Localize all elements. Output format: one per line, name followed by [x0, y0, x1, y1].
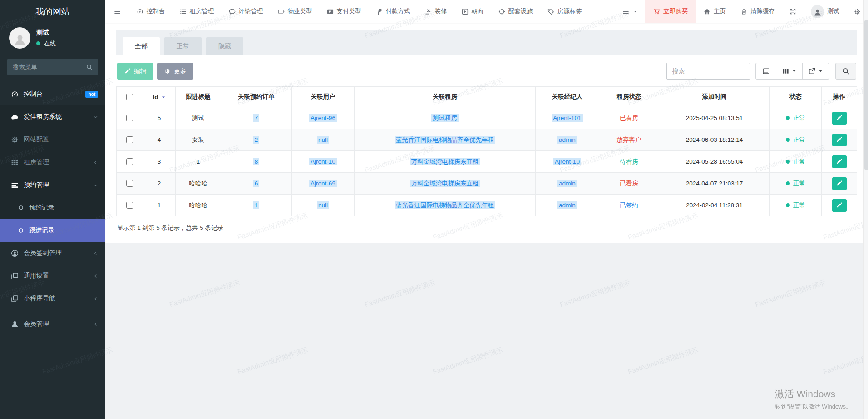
navbar-tab[interactable]: 支付类型 [320, 0, 369, 23]
sidebar-item[interactable]: 小程序导航 [0, 287, 105, 310]
sidebar-item[interactable]: 通用设置 [0, 264, 105, 287]
columns-button[interactable] [776, 63, 803, 80]
sidebar-item[interactable]: 会员签到管理 [0, 242, 105, 264]
cart-icon [653, 8, 660, 15]
agent-link[interactable]: admin [557, 180, 577, 187]
circle-o-icon [18, 205, 24, 211]
house-link[interactable]: 万科金域湾电梯房东直租 [410, 158, 480, 165]
status-dot-icon [786, 160, 790, 164]
navbar-tab[interactable]: 配套设施 [491, 0, 540, 23]
sidebar-item-label: 会员签到管理 [24, 249, 93, 257]
user-link[interactable]: Ajrent-10 [309, 158, 337, 165]
row-edit-button[interactable] [832, 112, 847, 125]
table-search-input[interactable] [666, 63, 750, 80]
house-link[interactable]: 测试租房 [431, 114, 459, 122]
column-header-id[interactable]: Id [143, 87, 176, 107]
user-link[interactable]: Ajrent-69 [309, 180, 337, 187]
agent-link[interactable]: admin [557, 201, 577, 209]
row-edit-button[interactable] [832, 199, 847, 212]
navbar-user-menu[interactable]: 测试 [804, 0, 847, 23]
list-alt-icon [763, 68, 769, 75]
status-filter-tab[interactable]: 全部 [123, 37, 160, 55]
sidebar-item[interactable]: 跟进记录 [0, 219, 105, 242]
agent-link[interactable]: Ajrent-10 [553, 158, 581, 165]
user-link[interactable]: null [317, 136, 329, 144]
sidebar-item[interactable]: 会员管理 [0, 313, 105, 335]
buy-now-button[interactable]: 立即购买 [645, 0, 696, 23]
tabs-overflow-dropdown[interactable] [615, 0, 645, 23]
export-button[interactable] [803, 63, 829, 80]
dashboard-icon [11, 90, 19, 98]
cell-time: 2024-05-28 16:55:04 [659, 151, 770, 173]
sidebar-item[interactable]: 租房管理 [0, 151, 105, 174]
order-link[interactable]: 8 [253, 158, 260, 165]
navbar-tab-label: 房源标签 [557, 7, 582, 15]
sidebar-item[interactable]: 爱佳租房系统 [0, 105, 105, 128]
column-header: 跟进标题 [176, 87, 221, 107]
home-button[interactable]: 主页 [696, 0, 733, 23]
sidebar-item[interactable]: 预约管理 [0, 174, 105, 196]
sidebar-item-label: 跟进记录 [29, 226, 98, 234]
agent-link[interactable]: admin [557, 136, 577, 144]
order-link[interactable]: 2 [253, 136, 260, 144]
status-filter-tab[interactable]: 正常 [164, 37, 202, 55]
row-edit-button[interactable] [832, 177, 847, 190]
house-link[interactable]: 蓝光香江国际电梯物品齐全优先年租 [395, 136, 495, 144]
sidebar-toggle-button[interactable] [105, 0, 129, 23]
order-link[interactable]: 6 [253, 180, 260, 187]
navbar-tab-label: 租房管理 [190, 7, 214, 15]
user-link[interactable]: null [317, 201, 329, 209]
status-dot-icon [786, 181, 790, 185]
navbar-tab[interactable]: 朝向 [454, 0, 491, 23]
row-checkbox[interactable] [126, 158, 133, 165]
sidebar-item-label: 控制台 [24, 90, 83, 98]
user-link[interactable]: Ajrent-96 [309, 114, 337, 122]
table-row: 2 哈哈哈 6 Ajrent-69 万科金域湾电梯房东直租 admin 已看房 … [117, 173, 857, 195]
gear-icon [164, 68, 170, 74]
navbar-tab[interactable]: 付款方式 [369, 0, 418, 23]
clone-icon [11, 272, 19, 280]
navbar-tab[interactable]: 租房管理 [173, 0, 222, 23]
agent-link[interactable]: Ajrent-101 [552, 114, 582, 122]
row-edit-button[interactable] [832, 134, 847, 146]
clear-cache-button[interactable]: 清除缓存 [733, 0, 782, 23]
row-checkbox[interactable] [126, 115, 133, 121]
sidebar-search-input[interactable] [13, 64, 86, 70]
house-link[interactable]: 蓝光香江国际电梯物品齐全优先年租 [395, 201, 495, 209]
pencil-icon [836, 115, 842, 121]
row-checkbox[interactable] [126, 136, 133, 143]
sidebar-item[interactable]: 控制台 hot [0, 83, 105, 105]
gavel-icon [425, 8, 432, 15]
fullscreen-button[interactable] [782, 0, 804, 23]
navbar-tab-label: 付款方式 [386, 7, 410, 15]
navbar-tab[interactable]: 评论管理 [222, 0, 271, 23]
scrollbar[interactable] [863, 0, 868, 419]
row-checkbox[interactable] [126, 202, 133, 209]
sidebar-item[interactable]: 网站配置 [0, 128, 105, 151]
navbar-tab[interactable]: 控制台 [129, 0, 173, 23]
search-toggle-button[interactable] [835, 63, 856, 80]
user-panel: 测试 在线 [0, 24, 105, 55]
search-icon[interactable] [86, 64, 93, 70]
navbar-tab[interactable]: 房源标签 [540, 0, 589, 23]
row-edit-button[interactable] [832, 155, 847, 168]
select-all-checkbox[interactable] [126, 94, 133, 100]
top-navbar: 控制台 租房管理 评论管理 物业类型 [105, 0, 868, 23]
scrollbar-thumb[interactable] [864, 20, 868, 170]
navbar-tab[interactable]: 装修 [418, 0, 454, 23]
sidebar-search[interactable] [7, 59, 98, 75]
edit-button[interactable]: 编辑 [117, 63, 153, 80]
sidebar-item[interactable]: 预约记录 [0, 196, 105, 219]
navbar-tab[interactable]: 物业类型 [271, 0, 320, 23]
circle-o-icon [18, 227, 24, 234]
toggle-view-button[interactable] [755, 63, 776, 80]
cell-time: 2025-04-25 08:13:51 [659, 107, 770, 129]
more-button[interactable]: 更多 [157, 63, 193, 80]
order-link[interactable]: 1 [253, 201, 260, 209]
cell-time: 2024-06-03 18:12:14 [659, 129, 770, 151]
status-filter-tab[interactable]: 隐藏 [206, 37, 243, 55]
house-link[interactable]: 万科金域湾电梯房东直租 [410, 180, 480, 187]
row-checkbox[interactable] [126, 180, 133, 187]
rent-status-label: 已签约 [620, 202, 638, 209]
order-link[interactable]: 7 [253, 114, 260, 122]
